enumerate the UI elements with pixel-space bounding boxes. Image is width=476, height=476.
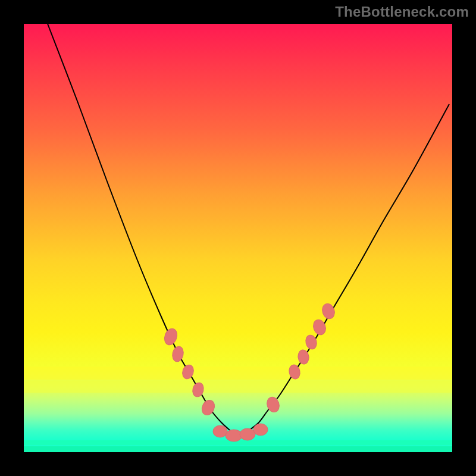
plot-area bbox=[24, 24, 452, 452]
chart-svg bbox=[24, 24, 452, 452]
watermark-label: TheBottleneck.com bbox=[335, 4, 469, 20]
data-marker bbox=[320, 302, 336, 321]
data-marker bbox=[253, 424, 268, 436]
data-marker bbox=[213, 425, 227, 437]
data-marker bbox=[304, 334, 318, 350]
data-marker bbox=[162, 327, 179, 346]
chart-stage: TheBottleneck.com bbox=[0, 0, 476, 476]
data-marker bbox=[181, 364, 196, 380]
data-marker bbox=[191, 381, 205, 398]
data-marker bbox=[171, 345, 184, 362]
curve-line bbox=[48, 24, 449, 436]
data-marker bbox=[240, 428, 255, 440]
data-marker bbox=[288, 364, 302, 380]
